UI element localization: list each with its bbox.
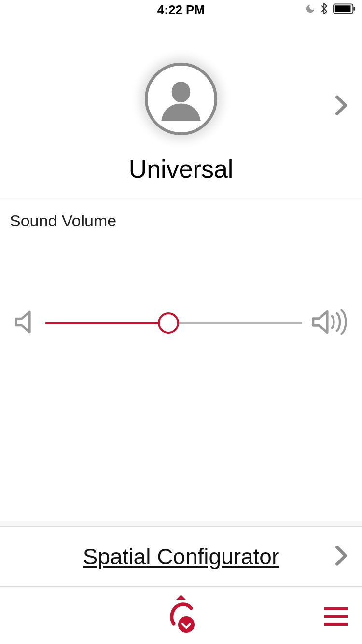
menu-button[interactable]	[324, 607, 348, 626]
battery-icon	[333, 3, 356, 16]
spatial-configurator-row[interactable]: Spatial Configurator	[0, 526, 362, 587]
sound-volume-section: Sound Volume	[0, 199, 362, 358]
bottom-toolbar	[0, 588, 362, 644]
status-bar: 4:22 PM	[0, 0, 362, 19]
chevron-right-icon[interactable]	[335, 95, 348, 118]
profile-name: Universal	[0, 154, 362, 183]
bluetooth-icon	[320, 2, 329, 17]
hearing-schedule-icon[interactable]	[164, 595, 198, 638]
volume-high-icon	[311, 308, 348, 338]
avatar	[145, 63, 217, 135]
volume-low-icon	[14, 308, 37, 337]
status-time: 4:22 PM	[157, 2, 205, 17]
profile-header[interactable]: Universal	[0, 19, 362, 198]
moon-icon	[305, 3, 316, 16]
svg-rect-2	[353, 7, 355, 11]
spatial-configurator-label: Spatial Configurator	[83, 544, 279, 570]
volume-slider[interactable]	[45, 312, 302, 334]
sound-volume-label: Sound Volume	[10, 211, 352, 230]
svg-rect-1	[335, 5, 351, 12]
svg-point-4	[178, 616, 195, 633]
chevron-right-icon[interactable]	[335, 545, 348, 568]
